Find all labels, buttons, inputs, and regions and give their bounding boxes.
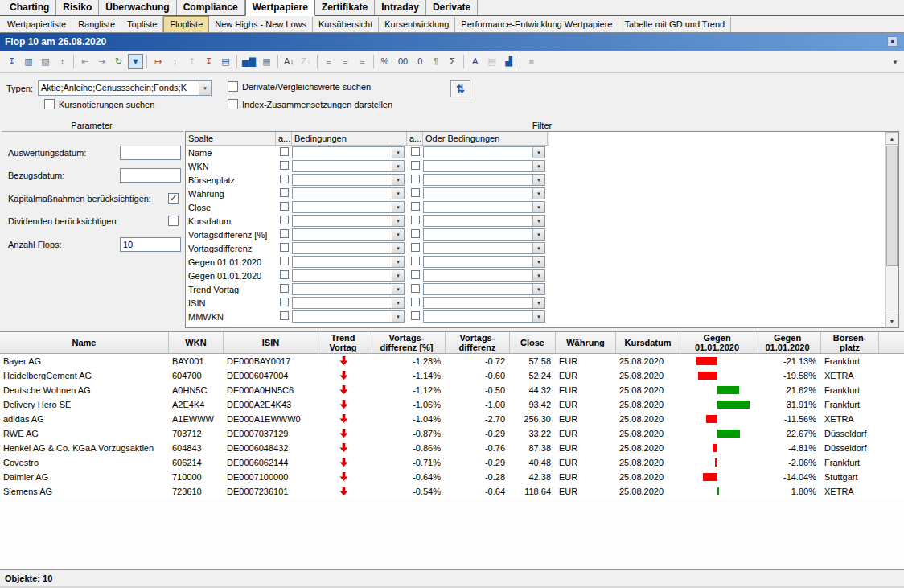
filter-checkbox[interactable] <box>280 175 289 183</box>
tab-kursentwicklung[interactable]: Kursentwicklung <box>379 17 455 32</box>
filter-condition-select[interactable]: ▼ <box>292 242 405 254</box>
column-header-börsen-platz[interactable]: Börsen- platz <box>821 332 879 353</box>
scroll-down-icon[interactable]: ▼ <box>886 315 898 327</box>
chevron-down-icon[interactable]: ▼ <box>392 188 404 199</box>
param-checkbox-dividenden-berücksichtigen[interactable] <box>168 216 179 226</box>
filter-condition-select[interactable]: ▼ <box>292 269 405 282</box>
filter-checkbox[interactable] <box>280 243 289 252</box>
chevron-down-icon[interactable]: ▼ <box>392 298 404 308</box>
param-input-anzahl-flops[interactable] <box>120 237 181 252</box>
table-row[interactable]: Delivery Hero SEA2E4K4DE000A2E4K43-1.06%… <box>0 397 904 412</box>
menu-item-überwachung[interactable]: Überwachung <box>99 0 176 15</box>
column-header-kursdatum[interactable]: Kursdatum <box>616 332 680 353</box>
tab-flopliste[interactable]: Flopliste <box>163 16 209 32</box>
chevron-down-icon[interactable]: ▼ <box>532 298 544 308</box>
filter-checkbox[interactable] <box>280 298 289 306</box>
filter-checkbox[interactable] <box>411 216 420 224</box>
chevron-down-icon[interactable]: ▼ <box>532 147 544 158</box>
filter-condition-select[interactable]: ▼ <box>423 283 545 295</box>
column-header-gegen-01-01-2020[interactable]: Gegen 01.01.2020 <box>754 332 821 353</box>
chevron-down-icon[interactable]: ▼ <box>392 243 404 253</box>
bar-chart-column-icon[interactable]: ▅▇ <box>240 54 257 69</box>
filter-checkbox[interactable] <box>280 147 289 156</box>
tab-tabelle-mit-gd-und-trend[interactable]: Tabelle mit GD und Trend <box>618 17 731 32</box>
decrease-decimal-icon[interactable]: .0 <box>411 54 426 69</box>
filter-condition-select[interactable]: ▼ <box>292 310 405 323</box>
selection-mode-icon[interactable]: ▧ <box>38 54 53 69</box>
tab-rangliste[interactable]: Rangliste <box>72 17 121 32</box>
filter-checkbox[interactable] <box>411 188 420 197</box>
paragraph-icon[interactable]: ¶ <box>428 54 443 69</box>
filter-condition-select[interactable]: ▼ <box>292 215 405 227</box>
filter-condition-select[interactable]: ▼ <box>292 201 405 213</box>
font-icon[interactable]: A <box>467 54 483 69</box>
sort-ascending-icon[interactable]: A↓ <box>281 54 297 69</box>
align-center-icon[interactable]: ≡ <box>338 54 353 69</box>
filter-condition-select[interactable]: ▼ <box>423 146 545 158</box>
table-row[interactable]: RWE AG703712DE0007037129-0.87%-0.2933.22… <box>0 426 904 441</box>
menu-item-intraday[interactable]: Intraday <box>375 0 426 15</box>
filter-checkbox[interactable] <box>411 298 420 306</box>
filter-condition-select[interactable]: ▼ <box>423 201 545 213</box>
filter-checkbox[interactable] <box>280 257 289 265</box>
scrollbar-thumb[interactable] <box>886 146 898 266</box>
filter-checkbox[interactable] <box>280 270 289 279</box>
column-header-close[interactable]: Close <box>510 332 556 353</box>
checkbox-index-zusammensetzungen-darstellen[interactable] <box>228 99 238 109</box>
chevron-down-icon[interactable]: ▼ <box>532 202 544 212</box>
align-right-icon[interactable]: ≡ <box>355 54 370 69</box>
tab-new-highs-new-lows[interactable]: New Highs - New Lows <box>209 17 313 32</box>
chevron-down-icon[interactable]: ▼ <box>532 216 544 226</box>
column-left-icon[interactable]: ⇤ <box>77 54 92 69</box>
filter-checkbox[interactable] <box>411 284 420 293</box>
refresh-table-icon[interactable]: ↻ <box>111 54 126 69</box>
filter-checkbox[interactable] <box>280 311 289 320</box>
filter-checkbox[interactable] <box>411 161 420 170</box>
menu-item-wertpapiere[interactable]: Wertpapiere <box>245 0 315 16</box>
filter-condition-select[interactable]: ▼ <box>292 187 405 199</box>
search-table-icon[interactable]: ▥ <box>21 54 36 69</box>
table-row[interactable]: adidas AGA1EWWWDE000A1EWWW0-1.04%-2.7025… <box>0 412 904 426</box>
percent-format-icon[interactable]: % <box>377 54 392 69</box>
column-header-isin[interactable]: ISIN <box>224 332 318 353</box>
table-row[interactable]: Deutsche Wohnen AGA0HN5CDE000A0HN5C6-1.1… <box>0 383 904 397</box>
filter-condition-select[interactable]: ▼ <box>423 256 545 268</box>
column-header-trend-vortag[interactable]: Trend Vortag <box>318 332 368 353</box>
table-row[interactable]: Siemens AG723610DE0007236101-0.54%-0.641… <box>0 484 904 499</box>
filter-checkbox[interactable] <box>411 311 420 320</box>
filter-checkbox[interactable] <box>411 175 420 183</box>
column-header-wkn[interactable]: WKN <box>169 332 224 353</box>
filter-checkbox[interactable] <box>411 147 420 156</box>
titlebar-menu-icon[interactable]: ■ <box>887 36 898 47</box>
table-row[interactable]: HeidelbergCement AG604700DE0006047004-1.… <box>0 368 904 383</box>
filter-condition-select[interactable]: ▼ <box>423 297 545 309</box>
checkbox-kursnotierungen-suchen[interactable] <box>44 99 55 109</box>
filter-checkbox[interactable] <box>280 229 289 238</box>
chevron-down-icon[interactable]: ▼ <box>392 216 404 226</box>
chevron-down-icon[interactable]: ▼ <box>532 161 544 171</box>
filter-checkbox[interactable] <box>280 202 289 211</box>
menu-item-zertifikate[interactable]: Zertifikate <box>315 0 375 15</box>
column-header-vortags-differenz[interactable]: Vortags- differenz <box>446 332 510 353</box>
increase-decimal-icon[interactable]: .00 <box>394 54 409 69</box>
chart-window-icon[interactable]: ▦ <box>259 54 274 69</box>
filter-checkbox[interactable] <box>411 257 420 265</box>
filter-condition-select[interactable]: ▼ <box>423 215 545 227</box>
chevron-down-icon[interactable]: ▼ <box>532 284 544 294</box>
tab-kursübersicht[interactable]: Kursübersicht <box>313 17 379 32</box>
filter-condition-select[interactable]: ▼ <box>423 242 545 254</box>
filter-condition-select[interactable]: ▼ <box>423 160 545 172</box>
refresh-button[interactable]: ⇅ <box>450 80 470 97</box>
filter-condition-select[interactable]: ▼ <box>423 187 545 199</box>
column-summary-icon[interactable]: ▤ <box>218 54 233 69</box>
chart-icon[interactable]: ▟ <box>501 54 516 69</box>
filter-icon[interactable]: ▼ <box>128 54 143 69</box>
checkbox-row-derivate-vergleichswerte-suchen[interactable]: Derivate/Vergleichswerte suchen <box>228 81 371 92</box>
filter-condition-select[interactable]: ▼ <box>423 310 545 323</box>
chevron-down-icon[interactable]: ▼ <box>392 311 404 322</box>
chevron-down-icon[interactable]: ▼ <box>392 229 404 240</box>
filter-checkbox[interactable] <box>411 243 420 252</box>
filter-condition-select[interactable]: ▼ <box>423 269 545 282</box>
chevron-down-icon[interactable]: ▼ <box>532 270 544 281</box>
column-header-name[interactable]: Name <box>0 332 169 353</box>
